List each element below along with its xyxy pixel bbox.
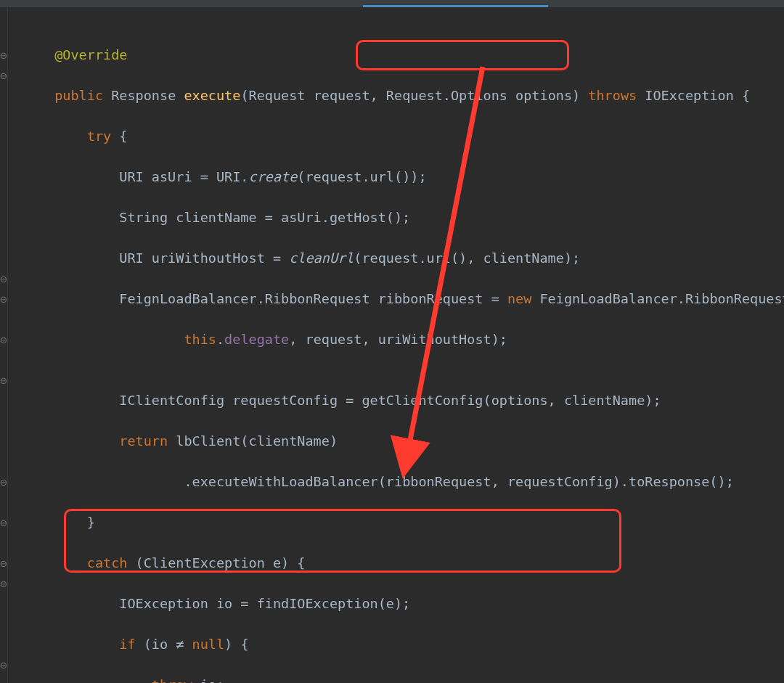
code-line[interactable]: }	[23, 512, 784, 533]
fold-toggle[interactable]: ⊖	[0, 655, 7, 675]
code-line[interactable]: FeignLoadBalancer.RibbonRequest ribbonRe…	[23, 289, 784, 309]
gutter: ⊖ ⊖ ⊖ ⊖ ⊖ ⊖ ⊖ ⊖ ⊖ ⊖ ⊖	[0, 0, 8, 683]
code-line[interactable]: URI uriWithoutHost = cleanUrl(request.ur…	[23, 248, 784, 269]
fold-toggle[interactable]	[0, 411, 7, 431]
fold-toggle[interactable]	[0, 594, 7, 614]
fold-toggle[interactable]: ⊖	[0, 512, 7, 533]
fold-toggle[interactable]: ⊖	[0, 472, 7, 492]
fold-toggle[interactable]: ⊖	[0, 65, 7, 86]
fold-toggle[interactable]	[0, 451, 7, 472]
fold-toggle[interactable]	[0, 533, 7, 553]
fold-toggle[interactable]: ⊖	[0, 553, 7, 573]
fold-toggle[interactable]: ⊖	[0, 289, 7, 309]
fold-toggle[interactable]	[0, 187, 7, 208]
fold-toggle[interactable]	[0, 350, 7, 370]
fold-toggle[interactable]	[0, 614, 7, 634]
code-line[interactable]: URI asUri = URI.create(request.url());	[23, 167, 784, 187]
fold-toggle[interactable]: ⊖	[0, 370, 7, 390]
editor-wrap: ⊖ ⊖ ⊖ ⊖ ⊖ ⊖ ⊖ ⊖ ⊖ ⊖ ⊖ @Override public R…	[0, 0, 784, 683]
code-line[interactable]: IClientConfig requestConfig = getClientC…	[23, 390, 784, 411]
fold-toggle[interactable]	[0, 390, 7, 411]
code-line[interactable]: return lbClient(clientName)	[23, 431, 784, 451]
code-line[interactable]: if (io ≠ null) {	[23, 634, 784, 655]
fold-toggle[interactable]	[0, 147, 7, 167]
fold-toggle[interactable]: ⊖	[0, 269, 7, 289]
fold-toggle[interactable]	[0, 248, 7, 269]
code-line[interactable]: IOException io = findIOException(e);	[23, 594, 784, 614]
code-line[interactable]: this.delegate, request, uriWithoutHost);	[23, 330, 784, 350]
code-line[interactable]: .executeWithLoadBalancer(ribbonRequest, …	[23, 472, 784, 492]
fold-toggle[interactable]	[0, 167, 7, 187]
fold-toggle[interactable]: ⊖	[0, 330, 7, 350]
fold-toggle[interactable]	[0, 86, 7, 106]
code-line[interactable]: throw io;	[23, 675, 784, 683]
code-editor[interactable]: @Override public Response execute(Reques…	[8, 0, 784, 683]
fold-toggle[interactable]	[0, 634, 7, 655]
code-line[interactable]: catch (ClientException e) {	[23, 553, 784, 573]
fold-toggle[interactable]	[0, 431, 7, 451]
fold-toggle[interactable]	[0, 106, 7, 126]
active-tab-indicator	[363, 5, 548, 7]
fold-toggle[interactable]	[0, 25, 7, 45]
code-line[interactable]: try {	[23, 126, 784, 147]
fold-toggle[interactable]: ⊖	[0, 45, 7, 65]
fold-toggle[interactable]	[0, 208, 7, 228]
fold-toggle[interactable]: ⊖	[0, 573, 7, 594]
fold-toggle[interactable]	[0, 126, 7, 147]
code-line[interactable]: public Response execute(Request request,…	[23, 86, 784, 106]
tab-bar	[0, 0, 784, 7]
fold-toggle[interactable]	[0, 228, 7, 248]
code-line[interactable]: @Override	[23, 45, 784, 65]
fold-toggle[interactable]	[0, 309, 7, 330]
fold-toggle[interactable]	[0, 492, 7, 512]
code-line[interactable]: String clientName = asUri.getHost();	[23, 208, 784, 228]
